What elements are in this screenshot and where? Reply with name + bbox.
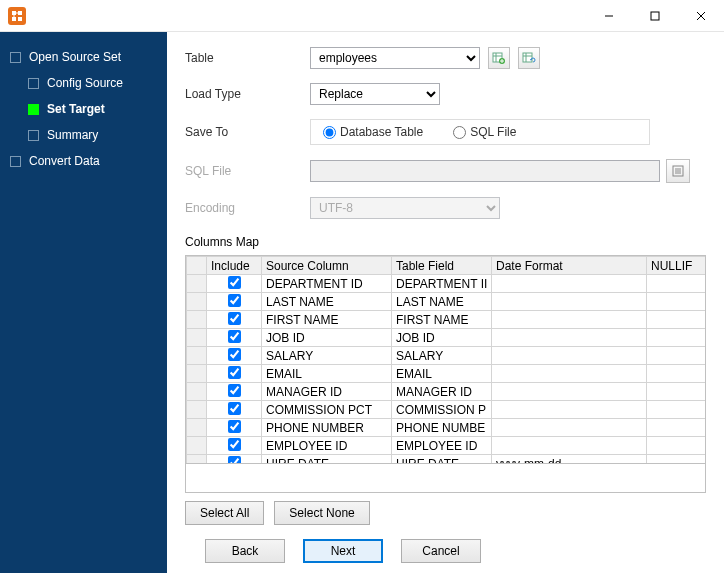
cell-nullif[interactable] bbox=[647, 401, 707, 419]
table-row[interactable]: DEPARTMENT IDDEPARTMENT II bbox=[187, 275, 707, 293]
add-table-button[interactable] bbox=[488, 47, 510, 69]
table-row[interactable]: LAST NAMELAST NAME bbox=[187, 293, 707, 311]
cell-field[interactable]: LAST NAME bbox=[392, 293, 492, 311]
cell-include[interactable] bbox=[207, 401, 262, 419]
cell-source[interactable]: HIRE DATE bbox=[262, 455, 392, 465]
cell-date[interactable] bbox=[492, 329, 647, 347]
header-field[interactable]: Table Field bbox=[392, 257, 492, 275]
cell-include[interactable] bbox=[207, 419, 262, 437]
cell-nullif[interactable] bbox=[647, 437, 707, 455]
cell-nullif[interactable] bbox=[647, 311, 707, 329]
table-row[interactable]: SALARYSALARY bbox=[187, 347, 707, 365]
row-header[interactable] bbox=[187, 275, 207, 293]
cell-date[interactable] bbox=[492, 365, 647, 383]
include-checkbox[interactable] bbox=[228, 438, 241, 451]
row-header[interactable] bbox=[187, 455, 207, 465]
cell-include[interactable] bbox=[207, 437, 262, 455]
row-header[interactable] bbox=[187, 293, 207, 311]
sidebar-item-open-source-set[interactable]: Open Source Set bbox=[0, 44, 167, 70]
include-checkbox[interactable] bbox=[228, 384, 241, 397]
table-row[interactable]: HIRE DATEHIRE DATEyyyy-mm-dd bbox=[187, 455, 707, 465]
header-source[interactable]: Source Column bbox=[262, 257, 392, 275]
table-row[interactable]: COMMISSION PCTCOMMISSION P bbox=[187, 401, 707, 419]
refresh-table-button[interactable] bbox=[518, 47, 540, 69]
cell-date[interactable] bbox=[492, 437, 647, 455]
row-header[interactable] bbox=[187, 347, 207, 365]
cell-date[interactable] bbox=[492, 311, 647, 329]
row-header[interactable] bbox=[187, 329, 207, 347]
table-row[interactable]: FIRST NAMEFIRST NAME bbox=[187, 311, 707, 329]
cell-source[interactable]: SALARY bbox=[262, 347, 392, 365]
table-row[interactable]: EMPLOYEE IDEMPLOYEE ID bbox=[187, 437, 707, 455]
cell-field[interactable]: EMAIL bbox=[392, 365, 492, 383]
cell-date[interactable] bbox=[492, 401, 647, 419]
cell-field[interactable]: DEPARTMENT II bbox=[392, 275, 492, 293]
include-checkbox[interactable] bbox=[228, 366, 241, 379]
cell-include[interactable] bbox=[207, 365, 262, 383]
cell-date[interactable] bbox=[492, 347, 647, 365]
next-button[interactable]: Next bbox=[303, 539, 383, 563]
header-nullif[interactable]: NULLIF bbox=[647, 257, 707, 275]
row-header[interactable] bbox=[187, 401, 207, 419]
include-checkbox[interactable] bbox=[228, 456, 241, 465]
include-checkbox[interactable] bbox=[228, 330, 241, 343]
include-checkbox[interactable] bbox=[228, 312, 241, 325]
cell-nullif[interactable] bbox=[647, 383, 707, 401]
include-checkbox[interactable] bbox=[228, 294, 241, 307]
cell-field[interactable]: SALARY bbox=[392, 347, 492, 365]
cell-nullif[interactable] bbox=[647, 347, 707, 365]
include-checkbox[interactable] bbox=[228, 420, 241, 433]
cell-source[interactable]: MANAGER ID bbox=[262, 383, 392, 401]
maximize-button[interactable] bbox=[632, 0, 678, 32]
sidebar-item-summary[interactable]: Summary bbox=[0, 122, 167, 148]
minimize-button[interactable] bbox=[586, 0, 632, 32]
cell-field[interactable]: HIRE DATE bbox=[392, 455, 492, 465]
header-date[interactable]: Date Format bbox=[492, 257, 647, 275]
cell-source[interactable]: FIRST NAME bbox=[262, 311, 392, 329]
cell-field[interactable]: PHONE NUMBE bbox=[392, 419, 492, 437]
cell-nullif[interactable] bbox=[647, 455, 707, 465]
cell-source[interactable]: JOB ID bbox=[262, 329, 392, 347]
include-checkbox[interactable] bbox=[228, 402, 241, 415]
row-header[interactable] bbox=[187, 311, 207, 329]
include-checkbox[interactable] bbox=[228, 348, 241, 361]
cell-field[interactable]: JOB ID bbox=[392, 329, 492, 347]
cell-date[interactable] bbox=[492, 275, 647, 293]
include-checkbox[interactable] bbox=[228, 276, 241, 289]
cell-date[interactable] bbox=[492, 293, 647, 311]
table-row[interactable]: PHONE NUMBERPHONE NUMBE bbox=[187, 419, 707, 437]
cell-field[interactable]: FIRST NAME bbox=[392, 311, 492, 329]
cell-source[interactable]: EMPLOYEE ID bbox=[262, 437, 392, 455]
cell-source[interactable]: DEPARTMENT ID bbox=[262, 275, 392, 293]
cell-field[interactable]: MANAGER ID bbox=[392, 383, 492, 401]
cell-include[interactable] bbox=[207, 347, 262, 365]
cell-nullif[interactable] bbox=[647, 419, 707, 437]
radio-database[interactable] bbox=[323, 126, 336, 139]
cell-date[interactable] bbox=[492, 383, 647, 401]
table-row[interactable]: EMAILEMAIL bbox=[187, 365, 707, 383]
cell-source[interactable]: EMAIL bbox=[262, 365, 392, 383]
cell-include[interactable] bbox=[207, 329, 262, 347]
cell-include[interactable] bbox=[207, 311, 262, 329]
row-header[interactable] bbox=[187, 437, 207, 455]
cell-include[interactable] bbox=[207, 455, 262, 465]
select-all-button[interactable]: Select All bbox=[185, 501, 264, 525]
cell-nullif[interactable] bbox=[647, 275, 707, 293]
select-none-button[interactable]: Select None bbox=[274, 501, 369, 525]
saveto-database-radio[interactable]: Database Table bbox=[323, 125, 423, 139]
radio-sqlfile[interactable] bbox=[453, 126, 466, 139]
cell-nullif[interactable] bbox=[647, 329, 707, 347]
sidebar-item-convert-data[interactable]: Convert Data bbox=[0, 148, 167, 174]
cell-nullif[interactable] bbox=[647, 365, 707, 383]
sidebar-item-config-source[interactable]: Config Source bbox=[0, 70, 167, 96]
back-button[interactable]: Back bbox=[205, 539, 285, 563]
cell-include[interactable] bbox=[207, 293, 262, 311]
cancel-button[interactable]: Cancel bbox=[401, 539, 481, 563]
saveto-sqlfile-radio[interactable]: SQL File bbox=[453, 125, 516, 139]
row-header[interactable] bbox=[187, 383, 207, 401]
cell-source[interactable]: PHONE NUMBER bbox=[262, 419, 392, 437]
cell-include[interactable] bbox=[207, 383, 262, 401]
cell-source[interactable]: LAST NAME bbox=[262, 293, 392, 311]
sqlfile-browse-button[interactable] bbox=[666, 159, 690, 183]
row-header[interactable] bbox=[187, 365, 207, 383]
